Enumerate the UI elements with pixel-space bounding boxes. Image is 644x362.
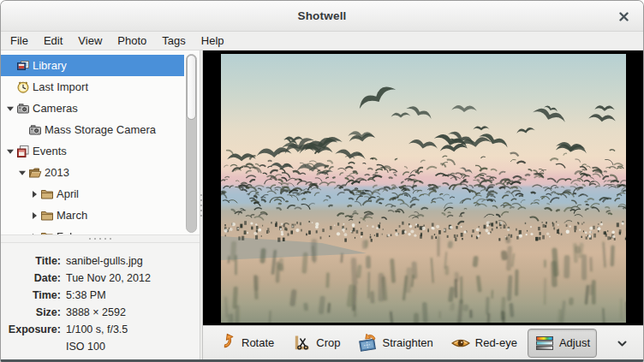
info-row: ISO 100 [1, 338, 200, 355]
menu-edit[interactable]: Edit [36, 33, 70, 49]
menubar: FileEditViewPhotoTagsHelp [1, 32, 643, 50]
sidebar-item-label: 2013 [44, 166, 69, 179]
straighten-icon [358, 333, 379, 353]
info-label: Time: [1, 289, 61, 301]
menu-photo[interactable]: Photo [110, 33, 154, 49]
tool-button-label: Crop [316, 336, 340, 349]
tree-scrollbar[interactable] [186, 54, 197, 233]
info-value: 5:38 PM [61, 289, 106, 301]
sidebar-item-april[interactable]: April [1, 183, 184, 205]
photo-canvas[interactable] [221, 54, 626, 323]
red-eye-icon [450, 333, 471, 353]
clock-icon [16, 80, 32, 94]
crop-icon [291, 333, 312, 353]
sidebar-item-label: Mass Storage Camera [44, 123, 156, 136]
crop-button[interactable]: Crop [284, 329, 347, 358]
tree-scrollbar-thumb[interactable] [187, 55, 196, 120]
info-label: Title: [1, 255, 61, 267]
chevron-down-icon[interactable] [614, 335, 629, 351]
info-value: Tue Nov 20, 2012 [61, 272, 151, 284]
menu-help[interactable]: Help [194, 33, 232, 49]
info-label: Exposure: [1, 323, 61, 335]
menu-view[interactable]: View [70, 33, 110, 49]
info-row: Exposure:1/100 s, f/3.5 [1, 321, 200, 338]
straighten-button[interactable]: Straighten [351, 329, 440, 358]
sidebar-item-label: March [56, 209, 87, 222]
expander-right-icon[interactable] [28, 233, 40, 235]
sidebar-item-last-import[interactable]: Last Import [1, 76, 184, 98]
sidebar-item-march[interactable]: March [1, 205, 184, 226]
sidebar-item-february[interactable]: February [1, 226, 184, 234]
info-row: Title:sanibel-gulls.jpg [1, 252, 200, 270]
library-tree-panel: LibraryLast ImportCamerasMass Storage Ca… [1, 50, 200, 234]
editing-toolbar: RotateCropStraightenRed-eyeAdjust [203, 325, 643, 359]
expander-down-icon[interactable] [16, 169, 28, 177]
photo-viewport [203, 50, 643, 325]
sidebar-item-library[interactable]: Library [1, 55, 184, 76]
sidebar-item-mass-storage-camera[interactable]: Mass Storage Camera [1, 119, 184, 140]
titlebar[interactable]: Shotwell [1, 1, 643, 32]
expander-down-icon[interactable] [4, 147, 16, 156]
rotate-icon [217, 333, 237, 353]
sidebar: LibraryLast ImportCamerasMass Storage Ca… [1, 50, 200, 359]
menu-tags[interactable]: Tags [154, 33, 193, 49]
info-row: Size:3888 × 2592 [1, 304, 200, 321]
folder-icon [40, 209, 56, 223]
sidebar-item-label: April [56, 187, 79, 200]
camera-icon [16, 102, 32, 116]
sidebar-item-label: Last Import [32, 80, 88, 93]
photo-pane: RotateCropStraightenRed-eyeAdjust [203, 50, 643, 359]
expander-right-icon[interactable] [28, 190, 40, 199]
sidebar-item-events[interactable]: Events [1, 140, 184, 162]
folder-icon [40, 187, 56, 201]
info-value: ISO 100 [61, 341, 105, 353]
library-tree: LibraryLast ImportCamerasMass Storage Ca… [1, 50, 200, 234]
red-eye-button[interactable]: Red-eye [444, 329, 524, 358]
info-row: Date:Tue Nov 20, 2012 [1, 270, 200, 287]
main-content: LibraryLast ImportCamerasMass Storage Ca… [1, 50, 643, 359]
info-row: Time:5:38 PM [1, 287, 200, 304]
expander-right-icon[interactable] [28, 211, 40, 220]
sidebar-item-label: Events [32, 145, 67, 157]
sidebar-horizontal-splitter[interactable] [1, 234, 200, 243]
adjust-icon [534, 333, 555, 353]
info-value: sanibel-gulls.jpg [61, 255, 143, 267]
close-icon[interactable] [614, 8, 633, 25]
menu-file[interactable]: File [3, 33, 36, 49]
info-value: 3888 × 2592 [61, 306, 126, 318]
expander-down-icon[interactable] [4, 104, 16, 113]
tool-button-label: Rotate [242, 336, 274, 349]
sidebar-item-label: Library [32, 59, 67, 72]
sidebar-item-label: Cameras [32, 102, 78, 115]
sidebar-item-2013[interactable]: 2013 [1, 162, 184, 183]
photo-info-panel: Title:sanibel-gulls.jpgDate:Tue Nov 20, … [1, 243, 200, 359]
library-photos-icon [16, 59, 32, 73]
folder-icon [40, 230, 56, 235]
tool-button-label: Straighten [383, 336, 433, 349]
folder-open-icon [28, 166, 44, 180]
adjust-button[interactable]: Adjust [528, 329, 597, 358]
shotwell-window: Shotwell FileEditViewPhotoTagsHelp Libra… [0, 0, 644, 362]
sidebar-item-label: February [56, 230, 101, 234]
tool-button-label: Red-eye [475, 336, 517, 349]
sidebar-item-cameras[interactable]: Cameras [1, 98, 184, 119]
events-icon [16, 145, 32, 158]
camera-icon [28, 123, 44, 137]
tool-button-label: Adjust [559, 336, 590, 349]
window-title: Shotwell [297, 9, 346, 22]
info-value: 1/100 s, f/3.5 [61, 323, 128, 335]
info-label: Size: [1, 306, 61, 318]
rotate-button[interactable]: Rotate [210, 329, 281, 358]
info-label: Date: [1, 272, 61, 284]
